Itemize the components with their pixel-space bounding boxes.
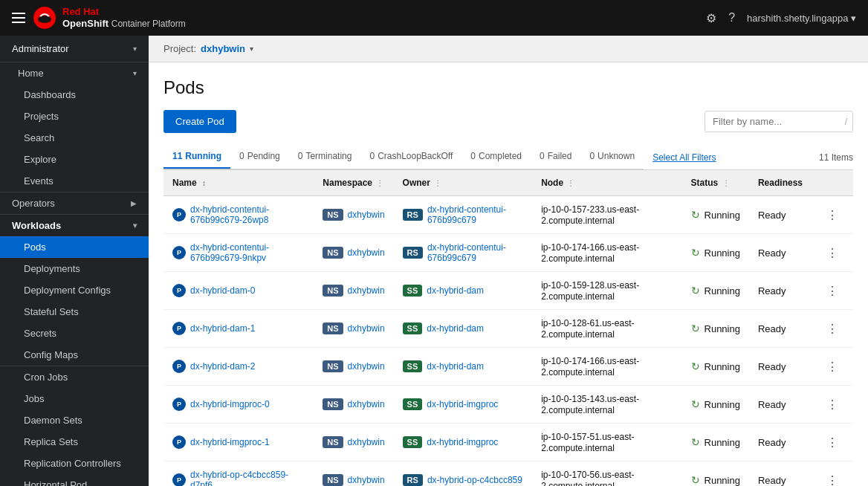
namespace-badge: NS <box>323 398 343 410</box>
sidebar-role-selector[interactable]: Administrator ▾ <box>0 36 149 62</box>
filter-tab-running[interactable]: 11 Running <box>163 145 230 169</box>
pod-kebab-menu[interactable]: ⋮ <box>820 243 844 263</box>
pod-readiness-cell: Ready <box>749 461 812 487</box>
filter-tab-crashloopbackoff[interactable]: 0 CrashLoopBackOff <box>360 145 461 169</box>
table-row: P dx-hybrid-dam-2 NS dxhybwin SS dx-hybr… <box>163 348 853 386</box>
pod-name-link[interactable]: dx-hybrid-contentui-676b99c679-26wp8 <box>190 204 305 225</box>
col-header-readiness[interactable]: Readiness <box>749 170 812 196</box>
readiness-text: Ready <box>758 399 786 410</box>
select-all-filters-button[interactable]: Select All Filters <box>644 146 725 169</box>
sidebar-item-search[interactable]: Search <box>0 127 149 149</box>
toolbar: Create Pod / <box>163 110 853 133</box>
brand-name: Red Hat OpenShift Container Platform <box>62 6 186 29</box>
pod-node-cell: ip-10-0-128-61.us-east-2.compute.interna… <box>532 310 681 348</box>
pod-node-cell: ip-10-0-170-56.us-east-2.compute.interna… <box>532 461 681 487</box>
owner-link[interactable]: dx-hybrid-dam <box>427 361 484 372</box>
pod-kebab-menu[interactable]: ⋮ <box>820 357 844 377</box>
sidebar-item-daemon-sets[interactable]: Daemon Sets <box>0 409 149 431</box>
sidebar-item-deployments[interactable]: Deployments <box>0 258 149 279</box>
pod-name-link[interactable]: dx-hybrid-dam-1 <box>190 323 255 334</box>
pod-actions-cell: ⋮ <box>812 461 853 487</box>
pod-kebab-menu[interactable]: ⋮ <box>820 281 844 301</box>
sidebar-item-projects[interactable]: Projects <box>0 106 149 127</box>
readiness-text: Ready <box>758 210 786 221</box>
pod-owner-cell: SS dx-hybrid-imgproc <box>394 386 533 424</box>
create-pod-button[interactable]: Create Pod <box>163 110 236 133</box>
sidebar-item-replication-controllers[interactable]: Replication Controllers <box>0 453 149 474</box>
pod-name-link[interactable]: dx-hybrid-contentui-676b99c679-9nkpv <box>190 242 305 263</box>
readiness-text: Ready <box>758 247 786 259</box>
owner-link[interactable]: dx-hybrid-dam <box>427 285 484 296</box>
node-text: ip-10-0-174-166.us-east-2.compute.intern… <box>541 356 639 378</box>
project-dropdown-icon[interactable]: ▾ <box>250 45 253 53</box>
sidebar-item-deployment-configs[interactable]: Deployment Configs <box>0 279 149 301</box>
sidebar-item-hpa[interactable]: Horizontal Pod Autoscalers <box>0 474 149 486</box>
filter-input[interactable] <box>705 111 853 132</box>
sidebar-item-events[interactable]: Events <box>0 170 149 192</box>
sidebar-item-dashboards[interactable]: Dashboards <box>0 84 149 106</box>
owner-link[interactable]: dx-hybrid-op-c4cbcc859 <box>427 475 522 485</box>
namespace-link[interactable]: dxhybwin <box>348 475 385 485</box>
pod-icon: P <box>172 284 186 297</box>
namespace-badge: NS <box>323 474 343 486</box>
namespace-link[interactable]: dxhybwin <box>348 285 385 296</box>
sidebar-item-secrets[interactable]: Secrets <box>0 323 149 344</box>
namespace-link[interactable]: dxhybwin <box>348 247 385 258</box>
sidebar-item-cron-jobs[interactable]: Cron Jobs <box>0 366 149 388</box>
col-header-owner[interactable]: Owner ⋮ <box>394 170 533 196</box>
settings-icon[interactable]: ⚙ <box>706 11 716 25</box>
pod-status-cell: ↻ Running <box>682 461 749 487</box>
namespace-badge: NS <box>323 209 343 221</box>
filter-tab-terminating[interactable]: 0 Terminating <box>289 145 361 169</box>
namespace-badge: NS <box>323 323 343 334</box>
col-header-status[interactable]: Status ⋮ <box>682 170 749 196</box>
pod-name-link[interactable]: dx-hybrid-imgproc-0 <box>190 399 270 409</box>
project-name[interactable]: dxhybwin <box>201 43 245 54</box>
sidebar-item-explore[interactable]: Explore <box>0 149 149 170</box>
namespace-link[interactable]: dxhybwin <box>348 210 385 220</box>
pod-namespace-cell: NS dxhybwin <box>314 272 393 310</box>
pod-actions-cell: ⋮ <box>812 424 853 461</box>
status-running-icon: ↻ <box>691 323 700 334</box>
sidebar-item-pods[interactable]: Pods <box>0 236 149 258</box>
sidebar-item-config-maps[interactable]: Config Maps <box>0 344 149 366</box>
namespace-link[interactable]: dxhybwin <box>348 399 385 409</box>
pod-kebab-menu[interactable]: ⋮ <box>820 470 844 487</box>
user-menu[interactable]: harshith.shetty.lingappa ▾ <box>747 13 856 24</box>
hamburger-menu[interactable] <box>12 13 25 23</box>
filter-tab-pending[interactable]: 0 Pending <box>230 145 289 169</box>
sidebar-item-replica-sets[interactable]: Replica Sets <box>0 431 149 453</box>
pod-kebab-menu[interactable]: ⋮ <box>820 395 844 415</box>
pod-name-cell: P dx-hybrid-contentui-676b99c679-26wp8 <box>163 196 314 234</box>
sidebar-item-operators[interactable]: Operators ▶ <box>0 192 149 214</box>
namespace-link[interactable]: dxhybwin <box>348 361 385 372</box>
pod-name-link[interactable]: dx-hybrid-op-c4cbcc859-d7pf6 <box>190 470 305 486</box>
pod-kebab-menu[interactable]: ⋮ <box>820 205 844 225</box>
pod-name-link[interactable]: dx-hybrid-imgproc-1 <box>190 437 270 447</box>
owner-link[interactable]: dx-hybrid-imgproc <box>427 437 498 447</box>
col-header-name[interactable]: Name ↕ <box>163 170 314 196</box>
sidebar-item-jobs[interactable]: Jobs <box>0 388 149 409</box>
namespace-link[interactable]: dxhybwin <box>348 323 385 334</box>
owner-link[interactable]: dx-hybrid-imgproc <box>427 399 498 409</box>
pod-kebab-menu[interactable]: ⋮ <box>820 319 844 339</box>
sidebar-item-workloads[interactable]: Workloads ▾ <box>0 215 149 236</box>
namespace-link[interactable]: dxhybwin <box>348 437 385 447</box>
filter-tab-completed[interactable]: 0 Completed <box>461 145 531 169</box>
pod-icon: P <box>172 246 186 259</box>
sidebar-item-home[interactable]: Home ▾ <box>0 62 149 84</box>
filter-tab-unknown[interactable]: 0 Unknown <box>580 145 644 169</box>
pod-kebab-menu[interactable]: ⋮ <box>820 432 844 453</box>
col-header-node[interactable]: Node ⋮ <box>532 170 681 196</box>
owner-link[interactable]: dx-hybrid-contentui-676b99c679 <box>427 242 523 263</box>
sidebar-item-stateful-sets[interactable]: Stateful Sets <box>0 301 149 323</box>
pod-name-link[interactable]: dx-hybrid-dam-2 <box>190 361 255 372</box>
filter-tab-failed[interactable]: 0 Failed <box>531 145 580 169</box>
sidebar: Administrator ▾ Home ▾ Dashboards Projec… <box>0 36 149 486</box>
col-header-namespace[interactable]: Namespace ⋮ <box>314 170 393 196</box>
owner-link[interactable]: dx-hybrid-contentui-676b99c679 <box>427 204 523 225</box>
help-icon[interactable]: ? <box>728 11 735 25</box>
owner-link[interactable]: dx-hybrid-dam <box>427 323 484 334</box>
chevron-right-icon: ▶ <box>131 199 137 207</box>
pod-name-link[interactable]: dx-hybrid-dam-0 <box>190 285 255 296</box>
